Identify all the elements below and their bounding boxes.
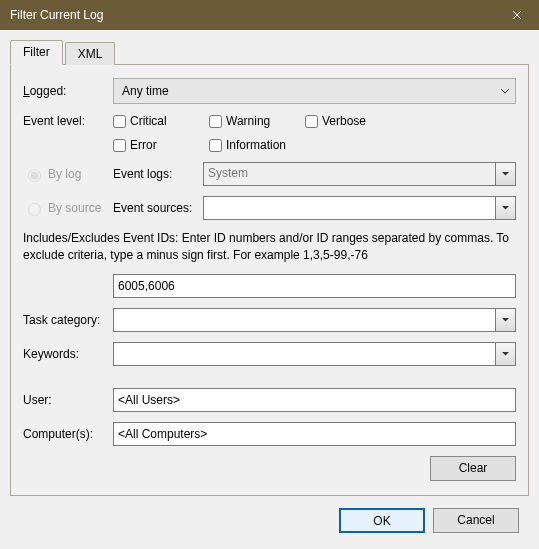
checkbox-critical[interactable]: Critical — [113, 114, 183, 128]
checkbox-error[interactable]: Error — [113, 138, 183, 152]
computers-label: Computer(s): — [23, 427, 113, 441]
event-sources-combo[interactable] — [203, 196, 516, 220]
keywords-combo[interactable] — [113, 342, 516, 366]
event-level-label: Event level: — [23, 114, 113, 128]
close-button[interactable] — [494, 0, 539, 30]
user-label: User: — [23, 393, 113, 407]
help-text: Includes/Excludes Event IDs: Enter ID nu… — [23, 230, 516, 264]
tab-strip: Filter XML — [10, 40, 529, 65]
event-logs-combo: System — [203, 162, 516, 186]
event-sources-label: Event sources: — [113, 201, 203, 215]
computers-input[interactable] — [113, 422, 516, 446]
keywords-label: Keywords: — [23, 347, 113, 361]
chevron-down-icon — [502, 318, 509, 322]
user-input[interactable] — [113, 388, 516, 412]
chevron-down-icon — [502, 352, 509, 356]
logged-select[interactable]: Any time — [113, 78, 516, 104]
event-ids-input[interactable] — [113, 274, 516, 298]
task-category-combo[interactable] — [113, 308, 516, 332]
checkbox-warning[interactable]: Warning — [209, 114, 279, 128]
event-sources-dropdown-button[interactable] — [496, 196, 516, 220]
task-category-dropdown-button[interactable] — [496, 308, 516, 332]
title-bar: Filter Current Log — [0, 0, 539, 30]
tab-xml[interactable]: XML — [65, 42, 116, 65]
chevron-down-icon — [502, 172, 509, 176]
radio-by-source: By source — [23, 200, 113, 216]
chevron-down-icon — [501, 89, 509, 94]
task-category-value[interactable] — [113, 308, 496, 332]
task-category-label: Task category: — [23, 313, 113, 327]
checkbox-verbose[interactable]: Verbose — [305, 114, 375, 128]
clear-button[interactable]: Clear — [430, 456, 516, 481]
tab-filter[interactable]: Filter — [10, 40, 63, 65]
event-logs-value: System — [203, 162, 496, 186]
event-logs-dropdown-button[interactable] — [496, 162, 516, 186]
filter-panel: Logged: Any time Event level: Critical W… — [10, 64, 529, 496]
chevron-down-icon — [502, 206, 509, 210]
radio-by-log: By log — [23, 166, 113, 182]
cancel-button[interactable]: Cancel — [433, 508, 519, 533]
event-sources-value[interactable] — [203, 196, 496, 220]
checkbox-information[interactable]: Information — [209, 138, 286, 152]
event-logs-label: Event logs: — [113, 167, 203, 181]
keywords-value[interactable] — [113, 342, 496, 366]
logged-value: Any time — [122, 84, 169, 98]
close-icon — [512, 10, 522, 20]
window-title: Filter Current Log — [10, 8, 103, 22]
keywords-dropdown-button[interactable] — [496, 342, 516, 366]
logged-label: Logged: — [23, 84, 113, 98]
ok-button[interactable]: OK — [339, 508, 425, 533]
